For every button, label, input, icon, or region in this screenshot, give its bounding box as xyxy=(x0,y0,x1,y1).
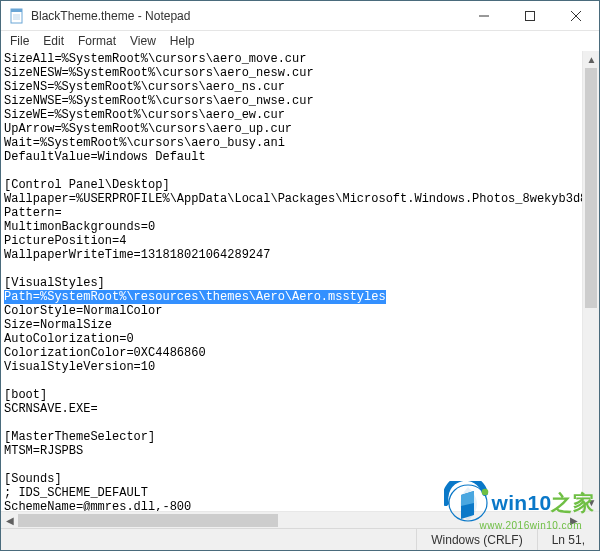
menu-format[interactable]: Format xyxy=(71,33,123,49)
statusbar: Windows (CRLF) Ln 51, xyxy=(1,528,599,550)
close-button[interactable] xyxy=(553,1,599,31)
scroll-up-icon[interactable]: ▲ xyxy=(583,51,599,68)
menu-view[interactable]: View xyxy=(123,33,163,49)
maximize-button[interactable] xyxy=(507,1,553,31)
svg-rect-1 xyxy=(11,9,22,12)
menubar: File Edit Format View Help xyxy=(1,31,599,51)
titlebar[interactable]: BlackTheme.theme - Notepad xyxy=(1,1,599,31)
editor-text-post: ColorStyle=NormalColor Size=NormalSize A… xyxy=(4,304,206,511)
selected-text: Path=%SystemRoot%\resources\themes\Aero\… xyxy=(4,290,386,304)
hscroll-thumb[interactable] xyxy=(18,514,278,527)
vscroll-thumb[interactable] xyxy=(585,68,597,308)
vscroll-track[interactable] xyxy=(583,68,599,494)
notepad-window: BlackTheme.theme - Notepad File Edit For… xyxy=(0,0,600,551)
scroll-left-icon[interactable]: ◀ xyxy=(1,512,18,529)
scroll-corner xyxy=(582,512,599,529)
svg-rect-6 xyxy=(526,11,535,20)
scroll-down-icon[interactable]: ▼ xyxy=(583,494,599,511)
text-editor[interactable]: SizeAll=%SystemRoot%\cursors\aero_move.c… xyxy=(1,51,582,511)
editor-area: SizeAll=%SystemRoot%\cursors\aero_move.c… xyxy=(1,51,599,511)
minimize-button[interactable] xyxy=(461,1,507,31)
menu-edit[interactable]: Edit xyxy=(36,33,71,49)
menu-help[interactable]: Help xyxy=(163,33,202,49)
vertical-scrollbar[interactable]: ▲ ▼ xyxy=(582,51,599,511)
menu-file[interactable]: File xyxy=(3,33,36,49)
status-line-ending: Windows (CRLF) xyxy=(416,529,536,550)
status-cursor: Ln 51, xyxy=(537,529,599,550)
hscroll-track[interactable] xyxy=(18,512,565,529)
scroll-right-icon[interactable]: ▶ xyxy=(565,512,582,529)
horizontal-scrollbar[interactable]: ◀ ▶ xyxy=(1,511,599,528)
window-title: BlackTheme.theme - Notepad xyxy=(31,9,190,23)
editor-text-pre: SizeAll=%SystemRoot%\cursors\aero_move.c… xyxy=(4,52,582,290)
notepad-icon xyxy=(9,8,25,24)
